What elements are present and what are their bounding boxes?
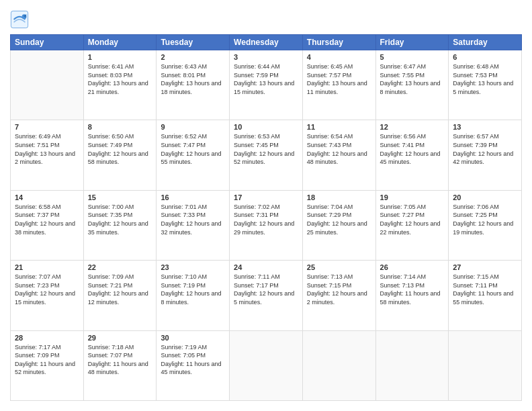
sunrise-text: Sunrise: 7:11 AM [234, 273, 280, 280]
calendar-cell [230, 330, 303, 400]
sunrise-text: Sunrise: 7:17 AM [15, 344, 61, 351]
daylight-text: Daylight: 13 hours and 21 minutes. [88, 80, 148, 95]
sunset-text: Sunset: 7:47 PM [161, 142, 206, 148]
calendar-cell: 27 Sunrise: 7:15 AM Sunset: 7:11 PM Dayl… [449, 261, 522, 330]
sunrise-text: Sunrise: 7:13 AM [307, 273, 353, 280]
sunrise-text: Sunrise: 7:07 AM [15, 273, 61, 280]
calendar-cell: 10 Sunrise: 6:53 AM Sunset: 7:45 PM Dayl… [230, 120, 303, 190]
header [10, 10, 522, 29]
day-info: Sunrise: 6:50 AM Sunset: 7:49 PM Dayligh… [88, 132, 152, 166]
sunset-text: Sunset: 7:27 PM [380, 212, 425, 218]
day-header-wednesday: Wednesday [230, 35, 303, 50]
sunset-text: Sunset: 8:01 PM [161, 72, 206, 79]
day-number: 12 [380, 123, 445, 131]
day-number: 7 [15, 123, 79, 131]
sunrise-text: Sunrise: 6:44 AM [234, 63, 280, 70]
day-number: 15 [88, 193, 152, 201]
sunrise-text: Sunrise: 6:56 AM [380, 133, 427, 140]
sunset-text: Sunset: 7:55 PM [380, 72, 425, 79]
day-number: 14 [15, 193, 79, 201]
day-info: Sunrise: 6:43 AM Sunset: 8:01 PM Dayligh… [161, 62, 225, 96]
day-number: 21 [15, 263, 79, 271]
calendar-cell: 7 Sunrise: 6:49 AM Sunset: 7:51 PM Dayli… [11, 120, 84, 190]
sunrise-text: Sunrise: 6:43 AM [161, 63, 207, 70]
day-info: Sunrise: 7:04 AM Sunset: 7:29 PM Dayligh… [307, 203, 371, 236]
day-number: 28 [15, 334, 79, 342]
calendar-cell: 22 Sunrise: 7:09 AM Sunset: 7:21 PM Dayl… [83, 261, 157, 330]
day-number: 18 [307, 193, 371, 201]
sunrise-text: Sunrise: 7:05 AM [380, 203, 427, 210]
day-info: Sunrise: 7:15 AM Sunset: 7:11 PM Dayligh… [453, 273, 517, 306]
calendar-cell: 15 Sunrise: 7:00 AM Sunset: 7:35 PM Dayl… [83, 190, 157, 260]
calendar-cell [375, 330, 449, 400]
sunset-text: Sunset: 7:53 PM [453, 72, 498, 79]
day-number: 8 [88, 123, 152, 131]
sunset-text: Sunset: 7:43 PM [307, 142, 352, 148]
day-number: 4 [307, 53, 371, 61]
daylight-text: Daylight: 12 hours and 2 minutes. [307, 290, 367, 306]
sunset-text: Sunset: 7:49 PM [88, 142, 133, 148]
day-header-friday: Friday [375, 35, 449, 50]
sunset-text: Sunset: 7:13 PM [380, 282, 425, 289]
daylight-text: Daylight: 12 hours and 52 minutes. [234, 150, 294, 166]
sunset-text: Sunset: 7:07 PM [88, 352, 133, 359]
day-number: 1 [88, 53, 152, 61]
calendar-cell: 16 Sunrise: 7:01 AM Sunset: 7:33 PM Dayl… [157, 190, 230, 260]
sunset-text: Sunset: 7:11 PM [453, 282, 498, 289]
daylight-text: Daylight: 13 hours and 18 minutes. [161, 80, 221, 95]
day-header-thursday: Thursday [302, 35, 375, 50]
sunrise-text: Sunrise: 6:54 AM [307, 133, 353, 140]
daylight-text: Daylight: 12 hours and 12 minutes. [88, 290, 148, 306]
day-info: Sunrise: 7:19 AM Sunset: 7:05 PM Dayligh… [161, 343, 225, 377]
week-row-1: 7 Sunrise: 6:49 AM Sunset: 7:51 PM Dayli… [11, 120, 522, 190]
day-info: Sunrise: 6:49 AM Sunset: 7:51 PM Dayligh… [15, 132, 79, 166]
daylight-text: Daylight: 11 hours and 58 minutes. [380, 290, 441, 306]
calendar-cell: 19 Sunrise: 7:05 AM Sunset: 7:27 PM Dayl… [375, 190, 449, 260]
calendar-cell [11, 50, 84, 120]
calendar-cell: 24 Sunrise: 7:11 AM Sunset: 7:17 PM Dayl… [230, 261, 303, 330]
day-number: 16 [161, 193, 225, 201]
day-info: Sunrise: 6:57 AM Sunset: 7:39 PM Dayligh… [453, 132, 517, 166]
day-info: Sunrise: 7:02 AM Sunset: 7:31 PM Dayligh… [234, 203, 298, 236]
calendar-cell: 21 Sunrise: 7:07 AM Sunset: 7:23 PM Dayl… [11, 261, 84, 330]
sunset-text: Sunset: 7:05 PM [161, 352, 206, 359]
calendar-cell: 2 Sunrise: 6:43 AM Sunset: 8:01 PM Dayli… [157, 50, 230, 120]
sunset-text: Sunset: 7:15 PM [307, 282, 352, 289]
day-number: 23 [161, 263, 225, 271]
calendar-cell: 11 Sunrise: 6:54 AM Sunset: 7:43 PM Dayl… [302, 120, 375, 190]
sunset-text: Sunset: 7:17 PM [234, 282, 279, 289]
sunrise-text: Sunrise: 6:50 AM [88, 133, 134, 140]
daylight-text: Daylight: 12 hours and 22 minutes. [380, 220, 441, 236]
daylight-text: Daylight: 12 hours and 29 minutes. [234, 220, 294, 236]
day-number: 20 [453, 193, 517, 201]
daylight-text: Daylight: 12 hours and 15 minutes. [15, 290, 75, 306]
sunset-text: Sunset: 7:51 PM [15, 142, 60, 148]
sunset-text: Sunset: 7:41 PM [380, 142, 425, 148]
day-info: Sunrise: 6:47 AM Sunset: 7:55 PM Dayligh… [380, 62, 445, 96]
day-info: Sunrise: 7:17 AM Sunset: 7:09 PM Dayligh… [15, 343, 79, 377]
sunrise-text: Sunrise: 7:04 AM [307, 203, 353, 210]
sunset-text: Sunset: 7:33 PM [161, 212, 206, 218]
day-info: Sunrise: 6:52 AM Sunset: 7:47 PM Dayligh… [161, 132, 225, 166]
day-number: 2 [161, 53, 225, 61]
sunset-text: Sunset: 7:19 PM [161, 282, 206, 289]
page: SundayMondayTuesdayWednesdayThursdayFrid… [0, 0, 532, 411]
day-number: 19 [380, 193, 445, 201]
daylight-text: Daylight: 13 hours and 8 minutes. [380, 80, 441, 95]
daylight-text: Daylight: 12 hours and 58 minutes. [88, 150, 148, 166]
calendar-cell: 14 Sunrise: 6:58 AM Sunset: 7:37 PM Dayl… [11, 190, 84, 260]
day-info: Sunrise: 7:14 AM Sunset: 7:13 PM Dayligh… [380, 273, 445, 306]
sunrise-text: Sunrise: 6:49 AM [15, 133, 61, 140]
sunrise-text: Sunrise: 7:14 AM [380, 273, 427, 280]
daylight-text: Daylight: 12 hours and 55 minutes. [161, 150, 221, 166]
day-number: 13 [453, 123, 517, 131]
day-number: 6 [453, 53, 517, 61]
day-number: 9 [161, 123, 225, 131]
sunset-text: Sunset: 7:57 PM [307, 72, 352, 79]
calendar-cell: 18 Sunrise: 7:04 AM Sunset: 7:29 PM Dayl… [302, 190, 375, 260]
day-number: 27 [453, 263, 517, 271]
daylight-text: Daylight: 11 hours and 52 minutes. [15, 361, 75, 376]
day-number: 10 [234, 123, 298, 131]
calendar-cell: 23 Sunrise: 7:10 AM Sunset: 7:19 PM Dayl… [157, 261, 230, 330]
sunrise-text: Sunrise: 6:57 AM [453, 133, 499, 140]
